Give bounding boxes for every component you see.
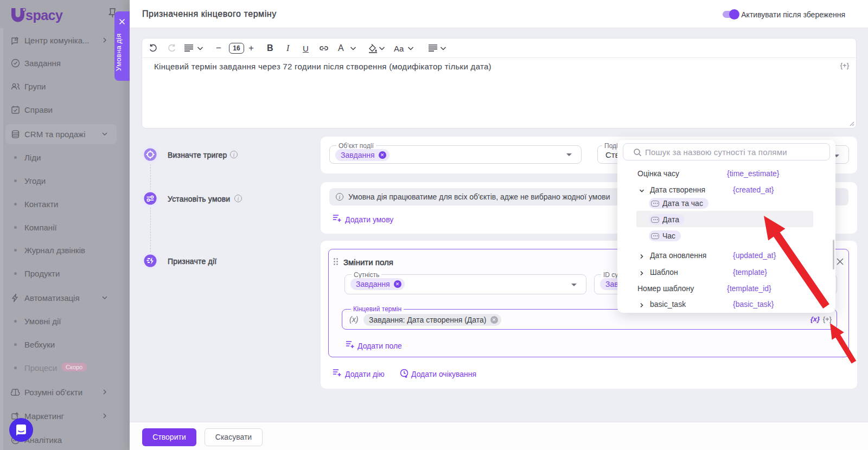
- svg-text:spacy: spacy: [25, 8, 63, 23]
